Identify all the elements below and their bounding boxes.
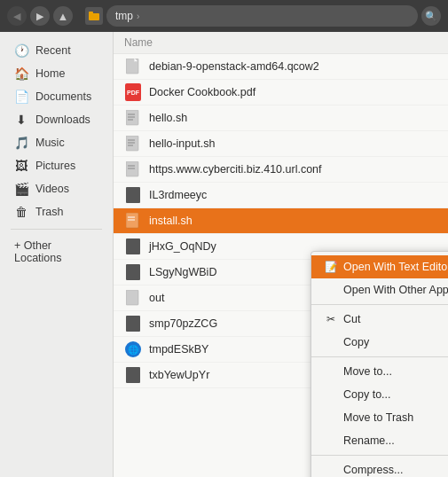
- file-icon-hello-input: [124, 135, 142, 152]
- forward-button[interactable]: ▶: [30, 6, 50, 26]
- file-item-debian[interactable]: debian-9-openstack-amd64.qcow2: [114, 54, 448, 80]
- sidebar-label-home: Home: [35, 67, 65, 80]
- ctx-move-trash[interactable]: Move to Trash Delete: [311, 406, 448, 429]
- file-name-jhxg: jHxG_OqNDy: [149, 240, 216, 253]
- pictures-icon: 🖼: [14, 159, 28, 173]
- ctx-label-move-trash: Move to Trash: [343, 411, 413, 424]
- home-icon: 🏠: [14, 66, 28, 81]
- compress-icon: [324, 463, 338, 477]
- sidebar-label-downloads: Downloads: [35, 113, 90, 126]
- svg-rect-20: [126, 238, 140, 254]
- sidebar-item-other-locations[interactable]: + Other Locations: [4, 235, 109, 269]
- file-list: Name debian-9-openstack-amd64.qcow2 PDF …: [114, 32, 448, 477]
- folder-icon: [85, 7, 103, 25]
- file-name-tmpd: tmpdESkBY: [149, 343, 208, 356]
- file-icon-txb: [124, 366, 142, 384]
- file-item-docker[interactable]: PDF Docker Cookbook.pdf: [114, 80, 448, 106]
- location-bar[interactable]: tmp ›: [106, 5, 418, 27]
- sidebar-label-videos: Videos: [35, 183, 69, 195]
- rename-icon: [324, 434, 338, 448]
- file-item-install[interactable]: install.sh: [114, 208, 448, 234]
- svg-rect-22: [126, 290, 138, 305]
- sidebar-label-pictures: Pictures: [35, 160, 75, 172]
- file-name-lsgy: LSgyNgWBiD: [149, 266, 216, 278]
- ctx-move-to[interactable]: Move to...: [311, 360, 448, 383]
- ctx-rename[interactable]: Rename... F2: [311, 429, 448, 452]
- copy-to-icon: [324, 387, 338, 402]
- name-column-header: Name: [124, 36, 153, 49]
- file-icon-smp70: [124, 315, 142, 332]
- move-trash-icon: [324, 411, 338, 425]
- pdf-icon: PDF: [125, 83, 141, 101]
- svg-rect-21: [126, 264, 140, 280]
- ctx-compress[interactable]: Compress...: [311, 458, 448, 477]
- file-icon-jhxg: [124, 238, 142, 255]
- titlebar: ◀ ▶ ▲ tmp › 🔍: [0, 0, 448, 32]
- other-locations-label: + Other Locations: [14, 239, 98, 264]
- file-icon-debian: [124, 58, 142, 75]
- file-item-hello[interactable]: hello.sh: [114, 106, 448, 131]
- sidebar-item-downloads[interactable]: ⬇ Downloads: [4, 108, 109, 131]
- back-button[interactable]: ◀: [7, 6, 27, 26]
- ctx-cut[interactable]: ✂ Cut Ctrl+X: [311, 308, 448, 331]
- ctx-open-other[interactable]: Open With Other Application: [311, 278, 448, 301]
- ctx-compress-left: Compress...: [324, 463, 403, 477]
- sidebar-item-music[interactable]: 🎵 Music: [4, 131, 109, 154]
- ctx-open-other-left: Open With Other Application: [324, 283, 448, 297]
- ctx-sep-3: [311, 455, 448, 456]
- file-item-il3rd[interactable]: IL3rdmeeyc: [114, 183, 448, 208]
- ctx-label-cut: Cut: [343, 313, 360, 325]
- videos-icon: 🎬: [14, 182, 28, 196]
- file-icon-docker: PDF: [124, 83, 142, 101]
- downloads-icon: ⬇: [14, 113, 28, 127]
- ctx-copy-to[interactable]: Copy to...: [311, 383, 448, 406]
- move-to-icon: [324, 364, 338, 379]
- copy-icon: [324, 335, 338, 349]
- sidebar-item-pictures[interactable]: 🖼 Pictures: [4, 154, 109, 177]
- svg-rect-24: [126, 367, 140, 383]
- ctx-label-rename: Rename...: [343, 434, 395, 447]
- ctx-open-text-editor-left: 📝 Open With Text Editor: [324, 260, 448, 274]
- file-name-txb: txbYewUpYr: [149, 369, 209, 381]
- svg-rect-16: [126, 187, 140, 203]
- sidebar-label-trash: Trash: [35, 206, 64, 218]
- sidebar-item-trash[interactable]: 🗑 Trash: [4, 200, 109, 223]
- ctx-copy[interactable]: Copy Ctrl+C: [311, 331, 448, 354]
- file-name-il3rd: IL3rdmeeyc: [149, 189, 207, 201]
- file-name-docker: Docker Cookbook.pdf: [149, 86, 255, 98]
- file-name-https: https.www.cyberciti.biz.410.url.conf: [149, 163, 322, 176]
- context-menu: 📝 Open With Text Editor Return Open With…: [310, 251, 448, 477]
- sidebar-item-recent[interactable]: 🕐 Recent: [4, 39, 109, 62]
- file-name-debian: debian-9-openstack-amd64.qcow2: [149, 60, 319, 73]
- svg-rect-23: [126, 316, 140, 332]
- sidebar-label-music: Music: [35, 137, 65, 149]
- ctx-label-open-text-editor: Open With Text Editor: [343, 261, 448, 273]
- sidebar-item-documents[interactable]: 📄 Documents: [4, 85, 109, 108]
- search-button[interactable]: 🔍: [421, 6, 441, 26]
- up-button[interactable]: ▲: [53, 6, 73, 26]
- main-area: 🕐 Recent 🏠 Home 📄 Documents ⬇ Downloads …: [0, 32, 448, 477]
- svg-rect-0: [89, 13, 99, 20]
- ctx-open-text-editor[interactable]: 📝 Open With Text Editor Return: [311, 255, 448, 278]
- documents-icon: 📄: [14, 90, 28, 104]
- file-item-https[interactable]: https.www.cyberciti.biz.410.url.conf: [114, 157, 448, 183]
- ctx-copy-to-left: Copy to...: [324, 387, 391, 402]
- ctx-rename-left: Rename...: [324, 434, 395, 448]
- file-icon-lsgy: [124, 263, 142, 281]
- file-icon-install: [124, 212, 142, 230]
- file-icon-il3rd: [124, 186, 142, 204]
- ctx-label-copy-to: Copy to...: [343, 388, 391, 401]
- globe-icon: 🌐: [125, 341, 141, 357]
- text-editor-icon: 📝: [324, 260, 338, 274]
- file-icon-out: [124, 289, 142, 307]
- ctx-sep-2: [311, 356, 448, 357]
- ctx-move-to-left: Move to...: [324, 364, 392, 379]
- sidebar-item-home[interactable]: 🏠 Home: [4, 62, 109, 85]
- ctx-label-open-other: Open With Other Application: [343, 284, 448, 296]
- file-item-hello-input[interactable]: hello-input.sh: [114, 131, 448, 157]
- file-name-install: install.sh: [149, 215, 193, 227]
- sidebar-item-videos[interactable]: 🎬 Videos: [4, 177, 109, 200]
- svg-rect-1: [89, 12, 93, 14]
- music-icon: 🎵: [14, 136, 28, 150]
- file-name-hello-input: hello-input.sh: [149, 137, 215, 150]
